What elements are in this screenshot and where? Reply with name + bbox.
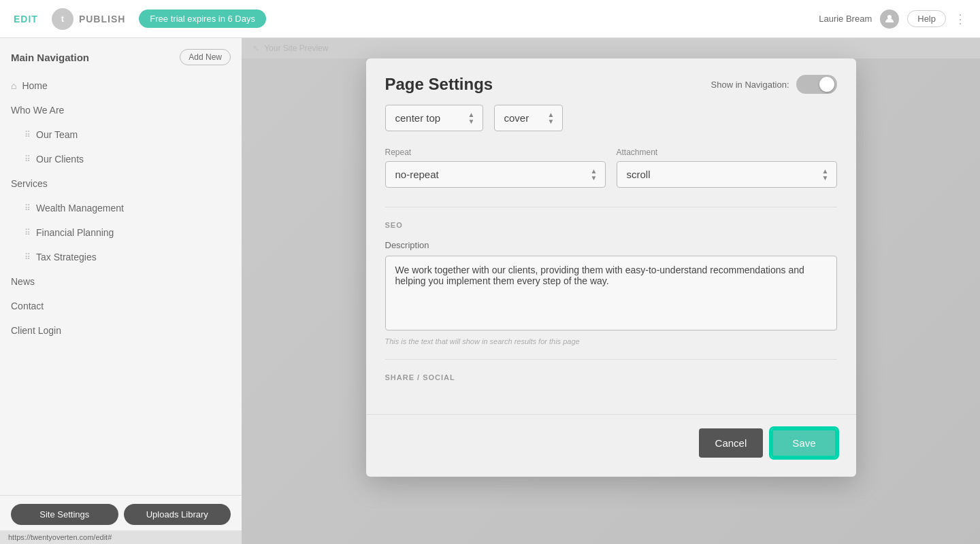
more-icon[interactable]: ⋮ [954,12,966,27]
trial-banner: Free trial expires in 6 Days [139,10,266,28]
nav-item-financial-planning[interactable]: ⠿ Financial Planning [0,220,242,245]
toggle-knob [819,77,834,92]
add-new-button[interactable]: Add New [180,49,231,65]
url-bar: https://twentyoverten.com/edit# [0,530,242,544]
nav-item-our-clients[interactable]: ⠿ Our Clients [0,147,242,171]
username: Laurie Bream [819,14,872,24]
home-icon: ⌂ [11,80,16,91]
cancel-button[interactable]: Cancel [699,428,764,458]
drag-handle-icon: ⠿ [24,154,31,164]
nav-item-our-team[interactable]: ⠿ Our Team [0,122,242,147]
position-size-row: center top center center center bottom l… [385,105,837,131]
description-textarea[interactable]: We work together with our clients, provi… [385,256,837,330]
size-select-container: cover contain auto ▲▼ [494,105,563,131]
sidebar-title: Main Navigation [11,52,89,63]
sidebar-bottom: Site Settings Uploads Library [0,495,242,533]
modal-overlay: Page Settings Show in Navigation: NO [242,38,980,544]
nav-item-news[interactable]: News [0,269,242,294]
topbar-right: Laurie Bream Help ⋮ [819,10,966,29]
save-button[interactable]: Save [771,428,836,458]
user-icon[interactable] [880,10,899,29]
nav-items: ⌂ Home Who We Are ⠿ Our Team ⠿ Our Clien… [0,73,242,495]
toggle-track[interactable]: NO [796,75,837,94]
site-settings-button[interactable]: Site Settings [11,504,118,525]
share-social-label: SHARE / SOCIAL [385,373,837,381]
nav-item-tax-strategies[interactable]: ⠿ Tax Strategies [0,245,242,269]
repeat-label: Repeat [385,148,606,157]
nav-item-home[interactable]: ⌂ Home [0,73,242,98]
main-content: ↖ Your Site Preview Page Settings Show i… [242,38,980,544]
repeat-select[interactable]: no-repeat repeat repeat-x repeat-y [385,161,606,188]
modal-header: Page Settings Show in Navigation: NO [366,58,856,105]
nav-item-wealth-management[interactable]: ⠿ Wealth Management [0,196,242,220]
drag-handle-icon: ⠿ [24,252,31,262]
repeat-select-container: no-repeat repeat repeat-x repeat-y ▲▼ [385,161,606,188]
drag-handle-icon: ⠿ [24,203,31,213]
attachment-select-container: scroll fixed ▲▼ [617,161,837,188]
size-select[interactable]: cover contain auto [494,105,563,131]
show-in-nav-label: Show in Navigation: [711,80,789,90]
modal-footer: Cancel Save [366,414,856,477]
nav-item-who-we-are[interactable]: Who We Are [0,98,242,122]
page-settings-modal: Page Settings Show in Navigation: NO [366,58,856,477]
repeat-field: Repeat no-repeat repeat repeat-x repeat-… [385,148,606,188]
position-select[interactable]: center top center center center bottom l… [385,105,483,131]
sidebar: Main Navigation Add New ⌂ Home Who We Ar… [0,38,242,544]
repeat-attachment-row: Repeat no-repeat repeat repeat-x repeat-… [385,148,837,188]
uploads-library-button[interactable]: Uploads Library [124,504,231,525]
show-in-nav-toggle[interactable]: NO [796,75,837,94]
avatar: t [52,8,74,30]
position-select-container: center top center center center bottom l… [385,105,483,131]
attachment-field: Attachment scroll fixed ▲▼ [617,148,837,188]
drag-handle-icon: ⠿ [24,130,31,139]
topbar: EDIT t PUBLISH Free trial expires in 6 D… [0,0,980,38]
share-social-section: SHARE / SOCIAL [385,359,837,381]
drag-handle-icon: ⠿ [24,228,31,237]
nav-item-client-login[interactable]: Client Login [0,318,242,343]
attachment-label: Attachment [617,148,837,157]
modal-body: center top center center center bottom l… [366,105,856,409]
sidebar-header: Main Navigation Add New [0,49,242,73]
modal-title: Page Settings [385,75,493,94]
show-in-nav: Show in Navigation: NO [711,75,837,94]
publish-label[interactable]: PUBLISH [79,14,125,24]
description-hint: This is the text that will show in searc… [385,337,837,345]
nav-item-services[interactable]: Services [0,171,242,196]
edit-label[interactable]: EDIT [14,14,38,24]
seo-divider [385,207,837,207]
nav-item-contact[interactable]: Contact [0,294,242,318]
attachment-select[interactable]: scroll fixed [617,161,837,188]
help-button[interactable]: Help [907,10,946,27]
seo-label: SEO [385,221,837,229]
description-label: Description [385,240,837,250]
